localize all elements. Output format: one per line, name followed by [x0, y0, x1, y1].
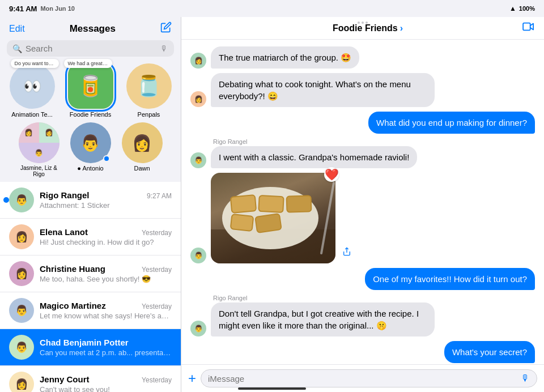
name-elena: Elena Lanot: [40, 227, 88, 237]
pinned-avatar-dawn: 👩: [122, 122, 163, 163]
avatar-elena: 👩: [9, 224, 34, 249]
chat-title-text: Foodie Friends: [333, 23, 398, 33]
messages-area: 👩 The true matriarch of the group. 🤩 👩 D…: [181, 40, 544, 364]
preview-christine: Me too, haha. See you shortly! 😎: [40, 275, 172, 283]
name-christine: Christine Huang: [40, 264, 105, 274]
search-input[interactable]: [26, 44, 157, 53]
pinned-item-penpals[interactable]: 🫙 Penpals: [121, 63, 176, 118]
avatar-magico: 👨: [9, 298, 34, 323]
messages-title: Messages: [70, 23, 116, 35]
bubble-avatar-m1: 👩: [190, 53, 206, 69]
time-jenny: Yesterday: [142, 376, 172, 384]
svg-rect-0: [523, 23, 530, 31]
pinned-name-animation: Animation Te...: [11, 111, 53, 118]
home-indicator: [238, 387, 306, 390]
unread-dot-rigo: [3, 197, 9, 203]
pinned-item-dawn[interactable]: 👩 Dawn: [118, 122, 166, 177]
bubble-m3: What did you end up making for dinner?: [368, 112, 535, 134]
name-chad: Chad Benjamin Potter: [40, 338, 129, 347]
wifi-icon: ▲: [509, 5, 516, 12]
heart-reaction: ❤️: [324, 167, 339, 182]
pinned-contacts-row1: Do you want to review all the rend... 👀 …: [0, 61, 181, 182]
preview-chad: Can you meet at 2 p.m. ab... presentatio…: [40, 348, 172, 357]
message-m2: 👩 Debating what to cook tonight. What's …: [190, 73, 535, 107]
time-magico: Yesterday: [142, 302, 172, 310]
messages-header: Edit Messages: [0, 17, 181, 38]
sender-name-m7: Rigo Rangel: [213, 295, 248, 301]
name-rigo: Rigo Rangel: [40, 190, 90, 200]
avatar-rigo: 👨: [9, 188, 34, 212]
chat-header: Foodie Friends ›: [181, 17, 544, 40]
message-m3: What did you end up making for dinner?: [190, 112, 535, 134]
pinned-name-antonio: ● Antonio: [77, 165, 103, 172]
compose-button[interactable]: [160, 22, 172, 36]
bubble-m4: I went with a classic. Grandpa's homemad…: [211, 146, 417, 168]
time-elena: Yesterday: [142, 229, 172, 237]
bubble-m2: Debating what to cook tonight. What's on…: [211, 73, 435, 107]
search-icon: 🔍: [12, 44, 22, 53]
battery-icon: 100%: [519, 5, 535, 12]
pinned-name-jasmine: Jasmine, Liz & Rigo: [15, 165, 63, 177]
list-item-elena[interactable]: 👩 Elena Lanot Yesterday Hi! Just checkin…: [0, 219, 181, 255]
pinned-avatar-jasmine: 👩 👩 👨: [19, 122, 60, 163]
sender-name-m4: Rigo Rangel: [213, 138, 248, 145]
message-input[interactable]: [208, 374, 521, 384]
status-bar: 9:41 AM Mon Jun 10 ▲ 100%: [0, 0, 544, 17]
bubble-m7: Don't tell Grandpa, but I got creative w…: [211, 302, 435, 336]
list-item-rigo[interactable]: 👨 Rigo Rangel 9:27 AM Attachment: 1 Stic…: [0, 182, 181, 219]
avatar-jenny: 👩: [9, 372, 34, 392]
pinned-item-animation[interactable]: Do you want to review all the rend... 👀 …: [5, 63, 60, 118]
preview-rigo: Attachment: 1 Sticker: [40, 201, 172, 210]
antonio-unread-badge: [103, 155, 110, 162]
message-m7: 👨 Rigo Rangel Don't tell Grandpa, but I …: [190, 295, 535, 336]
pinned-name-foodie: Foodie Friends: [70, 111, 111, 118]
message-list: 👨 Rigo Rangel 9:27 AM Attachment: 1 Stic…: [0, 182, 181, 392]
name-magico: Magico Martinez: [40, 301, 106, 310]
pinned-avatar-foodie: 🥫: [68, 63, 113, 109]
pinned-name-dawn: Dawn: [134, 165, 150, 172]
food-image: [211, 173, 335, 263]
search-bar: 🔍 🎙: [7, 40, 174, 57]
message-m5: 👨: [190, 173, 535, 263]
pinned-item-foodie[interactable]: We had a great time. Home with... 🥫 Food…: [63, 63, 118, 118]
name-jenny: Jenny Court: [40, 374, 90, 384]
status-icons: ▲ 100%: [509, 5, 535, 12]
bubble-avatar-m4: 👨: [190, 152, 206, 168]
message-input-wrap: 🎙: [201, 369, 537, 387]
pinned-preview-animation: Do you want to review all the rend...: [11, 59, 59, 68]
chat-panel: Foodie Friends › 👩 The true matriarch of…: [181, 17, 544, 392]
pinned-preview-foodie: We had a great time. Home with...: [64, 59, 112, 68]
bubble-avatar-m2: 👩: [190, 91, 206, 107]
list-item-magico[interactable]: 👨 Magico Martinez Yesterday Let me know …: [0, 292, 181, 329]
preview-magico: Let me know what she says! Here's anothe…: [40, 312, 172, 320]
chat-title[interactable]: Foodie Friends ›: [333, 23, 403, 33]
list-item-chad[interactable]: 👨 Chad Benjamin Potter Can you meet at 2…: [0, 329, 181, 366]
app-container: Edit Messages 🔍 🎙 Do you want to review …: [0, 17, 544, 392]
list-item-christine[interactable]: 👩 Christine Huang Yesterday Me too, haha…: [0, 255, 181, 292]
share-button[interactable]: [342, 246, 351, 259]
status-date: Mon Jun 10: [40, 5, 75, 12]
bubble-m6: One of my favorites!! How did it turn ou…: [365, 268, 535, 290]
mic-icon: 🎙: [160, 44, 168, 53]
list-item-jenny[interactable]: 👩 Jenny Court Yesterday Can't wait to se…: [0, 366, 181, 392]
pinned-avatar-animation: 👀: [10, 63, 55, 109]
bubble-m8: What's your secret?: [444, 341, 535, 363]
input-bar: + 🎙: [181, 364, 544, 392]
messages-sidebar: Edit Messages 🔍 🎙 Do you want to review …: [0, 17, 181, 392]
edit-button[interactable]: Edit: [9, 24, 25, 34]
preview-elena: Hi! Just checking in. How did it go?: [40, 238, 172, 246]
pinned-item-jasmine[interactable]: 👩 👩 👨 Jasmine, Liz & Rigo: [15, 122, 63, 177]
chat-chevron-icon: ›: [400, 23, 403, 33]
plus-button[interactable]: +: [188, 370, 196, 386]
message-m4: 👨 Rigo Rangel I went with a classic. Gra…: [190, 138, 535, 168]
message-m6: One of my favorites!! How did it turn ou…: [190, 268, 535, 290]
preview-jenny: Can't wait to see you!: [40, 385, 172, 392]
pinned-name-penpals: Penpals: [138, 111, 160, 118]
input-mic-icon[interactable]: 🎙: [521, 373, 530, 384]
pinned-item-antonio[interactable]: 👨 ● Antonio: [66, 122, 114, 177]
message-m8: What's your secret? Read: [190, 341, 535, 364]
message-m1: 👩 The true matriarch of the group. 🤩: [190, 46, 535, 69]
avatar-christine: 👩: [9, 261, 34, 286]
video-call-button[interactable]: [522, 22, 535, 35]
avatar-chad: 👨: [9, 335, 34, 360]
